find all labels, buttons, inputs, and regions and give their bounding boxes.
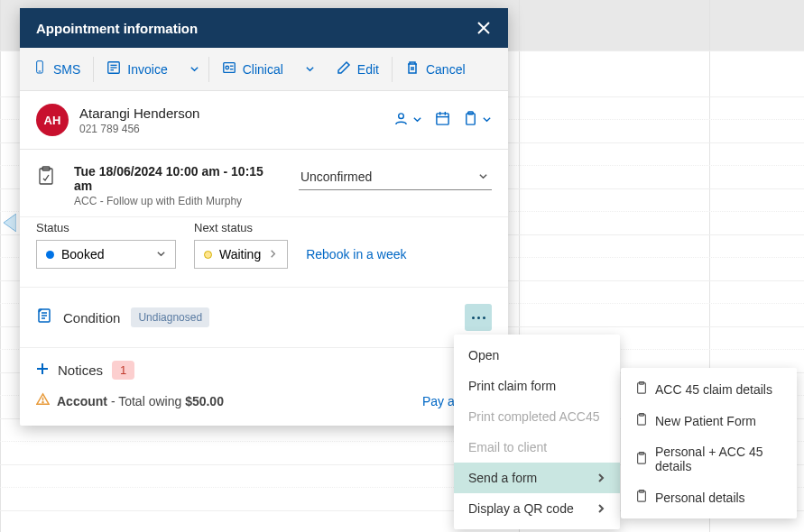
patient-actions bbox=[393, 111, 492, 130]
next-status-label: Next status bbox=[194, 221, 288, 234]
menu-item-send-form[interactable]: Send a form bbox=[454, 463, 620, 493]
submenu-personal-acc45[interactable]: Personal + ACC 45 details bbox=[621, 436, 797, 482]
edit-button[interactable]: Edit bbox=[324, 48, 392, 90]
chevron-right-icon bbox=[596, 471, 605, 485]
person-icon bbox=[393, 111, 409, 130]
status-select[interactable]: Booked bbox=[36, 240, 176, 269]
status-label: Status bbox=[36, 221, 176, 234]
condition-section: Condition Undiagnosed bbox=[20, 288, 508, 348]
appointment-section: Tue 18/06/2024 10:00 am - 10:15 am ACC -… bbox=[20, 150, 508, 217]
menu-item-print-claim[interactable]: Print claim form bbox=[454, 371, 620, 401]
menu-item-open[interactable]: Open bbox=[454, 340, 620, 371]
invoice-button[interactable]: Invoice bbox=[94, 48, 180, 90]
clipboard-icon bbox=[635, 452, 648, 467]
cancel-button[interactable]: Cancel bbox=[393, 48, 478, 90]
notices-row: Notices 1 bbox=[36, 361, 492, 380]
patient-phone: 021 789 456 bbox=[79, 123, 383, 135]
clinical-label: Clinical bbox=[243, 62, 283, 77]
status-value: Booked bbox=[61, 247, 104, 261]
panel-anchor-pointer bbox=[0, 214, 16, 232]
account-owing-prefix: - Total owing bbox=[107, 394, 185, 408]
notices-count: 1 bbox=[112, 361, 134, 380]
notices-label: Notices bbox=[58, 362, 103, 378]
clinical-dropdown[interactable] bbox=[296, 50, 324, 89]
clipboard-icon bbox=[635, 413, 648, 428]
lower-section: Notices 1 Account - Total owing $50.00 P… bbox=[20, 348, 508, 426]
account-label: Account bbox=[57, 394, 107, 408]
account-row: Account - Total owing $50.00 Pay account bbox=[36, 392, 492, 409]
invoice-icon bbox=[106, 60, 121, 78]
account-amount: $50.00 bbox=[185, 394, 224, 408]
edit-label: Edit bbox=[357, 62, 379, 77]
chevron-down-icon bbox=[412, 112, 422, 128]
submenu-new-patient[interactable]: New Patient Form bbox=[621, 405, 797, 436]
condition-context-menu: Open Print claim form Print completed AC… bbox=[454, 335, 620, 529]
appointment-description: ACC - Follow up with Edith Murphy bbox=[74, 195, 281, 207]
clipboard-icon bbox=[635, 381, 648, 397]
confirmation-select[interactable]: Unconfirmed bbox=[299, 164, 492, 190]
svg-rect-11 bbox=[437, 113, 448, 124]
patient-info: Atarangi Henderson 021 789 456 bbox=[79, 105, 383, 135]
rebook-link[interactable]: Rebook in a week bbox=[306, 247, 406, 269]
status-section: Status Booked Next status Waiting Rebook… bbox=[20, 217, 508, 288]
add-notice-button[interactable] bbox=[36, 362, 49, 379]
svg-point-7 bbox=[226, 66, 229, 69]
condition-label: Condition bbox=[63, 310, 120, 326]
calendar-icon bbox=[435, 111, 450, 130]
condition-more-button[interactable] bbox=[465, 304, 492, 331]
clipboard-icon bbox=[635, 490, 648, 505]
chevron-down-icon bbox=[305, 62, 315, 77]
send-form-submenu: ACC 45 claim details New Patient Form Pe… bbox=[621, 368, 797, 518]
condition-icon bbox=[36, 307, 52, 327]
kebab-icon bbox=[472, 316, 485, 319]
menu-item-print-acc45: Print completed ACC45 bbox=[454, 401, 620, 432]
close-button[interactable] bbox=[476, 20, 492, 36]
person-dropdown[interactable] bbox=[393, 111, 422, 130]
sms-label: SMS bbox=[53, 62, 80, 77]
cancel-label: Cancel bbox=[426, 62, 466, 77]
confirmation-value: Unconfirmed bbox=[300, 170, 372, 184]
chevron-down-icon bbox=[189, 62, 199, 77]
pencil-icon bbox=[337, 60, 351, 78]
chevron-down-icon bbox=[478, 170, 488, 184]
submenu-acc45[interactable]: ACC 45 claim details bbox=[621, 373, 797, 405]
svg-point-10 bbox=[399, 113, 404, 118]
phone-icon bbox=[32, 60, 47, 78]
chevron-right-icon bbox=[596, 501, 605, 516]
trash-icon bbox=[405, 60, 420, 78]
patient-row: AH Atarangi Henderson 021 789 456 bbox=[20, 91, 508, 150]
invoice-label: Invoice bbox=[127, 62, 167, 77]
sms-button[interactable]: SMS bbox=[20, 48, 93, 90]
chevron-right-icon bbox=[268, 247, 278, 261]
svg-point-21 bbox=[42, 402, 43, 403]
submenu-personal[interactable]: Personal details bbox=[621, 482, 797, 513]
account-text: Account - Total owing $50.00 bbox=[57, 394, 224, 408]
toolbar: SMS Invoice Clinical Edit Cancel bbox=[20, 48, 508, 91]
avatar: AH bbox=[36, 104, 69, 136]
menu-item-email: Email to client bbox=[454, 432, 620, 463]
calendar-button[interactable] bbox=[435, 111, 450, 130]
clipboard-icon bbox=[463, 111, 478, 130]
next-status-value: Waiting bbox=[219, 247, 261, 261]
clipboard-dropdown[interactable] bbox=[463, 111, 492, 130]
note-icon bbox=[36, 166, 56, 186]
clinical-icon bbox=[222, 60, 236, 78]
chevron-down-icon bbox=[156, 247, 166, 261]
svg-rect-15 bbox=[467, 113, 475, 124]
status-dot-blue bbox=[46, 251, 54, 259]
clinical-button[interactable]: Clinical bbox=[209, 48, 296, 90]
patient-name: Atarangi Henderson bbox=[79, 105, 383, 121]
chevron-down-icon bbox=[482, 112, 492, 128]
status-dot-yellow bbox=[204, 251, 212, 259]
panel-header: Appointment information bbox=[20, 8, 508, 48]
appointment-panel: Appointment information SMS Invoice Clin… bbox=[20, 8, 508, 426]
invoice-dropdown[interactable] bbox=[180, 50, 208, 89]
warning-icon bbox=[36, 392, 50, 409]
menu-item-qr[interactable]: Display a QR code bbox=[454, 493, 620, 524]
next-status-button[interactable]: Waiting bbox=[194, 240, 288, 269]
panel-title: Appointment information bbox=[36, 21, 198, 36]
appointment-datetime: Tue 18/06/2024 10:00 am - 10:15 am bbox=[74, 164, 281, 193]
condition-badge[interactable]: Undiagnosed bbox=[131, 307, 209, 327]
